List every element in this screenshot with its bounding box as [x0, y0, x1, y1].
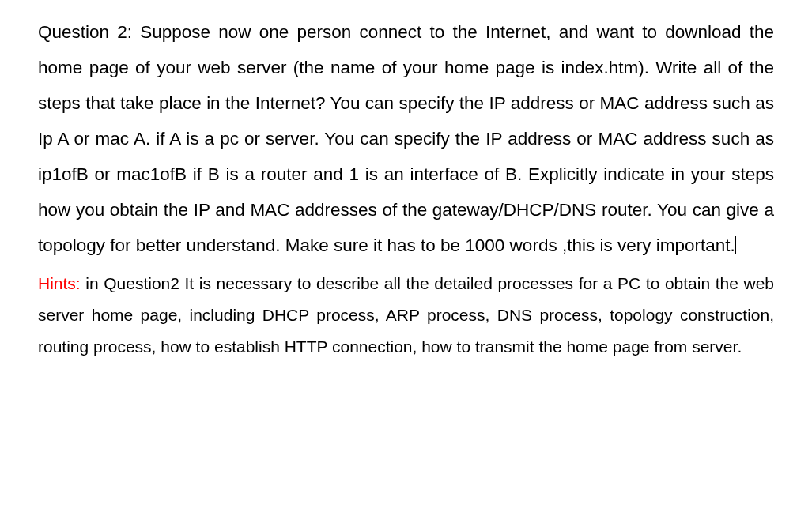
- text-cursor: [735, 236, 736, 254]
- question-text: Question 2: Suppose now one person conne…: [38, 22, 774, 255]
- hints-text: in Question2 It is necessary to describe…: [38, 274, 774, 356]
- hints-label: Hints:: [38, 274, 81, 292]
- question-paragraph: Question 2: Suppose now one person conne…: [38, 14, 774, 263]
- hints-paragraph: Hints: in Question2 It is necessary to d…: [38, 268, 774, 363]
